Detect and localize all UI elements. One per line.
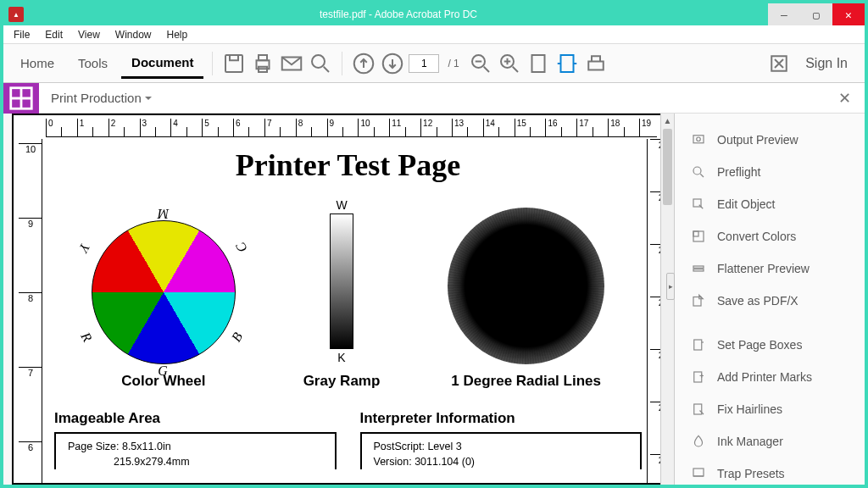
workspace: 012345678910111213141516171819 109876 27… [3, 114, 865, 485]
page-down-icon[interactable] [380, 51, 405, 76]
svg-rect-27 [694, 404, 702, 414]
fit-page-icon[interactable] [526, 51, 551, 76]
navbar: Home Tools Document / 1 Sign In [3, 44, 865, 83]
svg-rect-22 [693, 266, 704, 268]
panel-item-add-printer-marks[interactable]: Add Printer Marks [675, 361, 865, 393]
panel-item-label: Set Page Boxes [717, 338, 802, 352]
svg-rect-25 [694, 340, 702, 350]
convert-colors-icon [690, 228, 707, 245]
page-total: / 1 [442, 58, 464, 69]
svg-point-6 [312, 55, 325, 68]
print-production-icon[interactable] [3, 83, 39, 114]
panel-item-ink-manager[interactable]: Ink Manager [675, 425, 865, 458]
interpreter-line1: PostScript: Level 3 [374, 439, 629, 454]
tab-tools[interactable]: Tools [68, 49, 118, 77]
save-icon[interactable] [221, 51, 247, 76]
output-preview-icon [690, 131, 707, 148]
app-icon: ▲ [8, 7, 24, 22]
imageable-line1: Page Size: 8.5x11.0in [68, 439, 323, 454]
panel-item-convert-colors[interactable]: Convert Colors [675, 220, 865, 252]
imageable-heading: Imageable Area [54, 410, 337, 427]
minimize-button[interactable]: — [768, 3, 800, 25]
app-window: ▲ testfile.pdf - Adobe Acrobat Pro DC — … [0, 0, 868, 488]
fix-hairlines-icon [690, 401, 707, 418]
zoom-out-icon[interactable] [468, 51, 493, 76]
separator [212, 52, 213, 75]
interpreter-info: Interpreter Information PostScript: Leve… [360, 410, 643, 469]
svg-point-18 [693, 167, 701, 175]
print-setup-icon[interactable] [583, 51, 609, 76]
wheel-label-r: R [78, 330, 95, 344]
close-panel-icon[interactable]: ✕ [838, 89, 851, 108]
wheel-label-g: G [158, 363, 168, 379]
menu-file[interactable]: File [7, 27, 36, 42]
scroll-thumb[interactable] [663, 129, 672, 205]
svg-rect-1 [230, 55, 238, 60]
tab-document[interactable]: Document [121, 48, 203, 79]
panel-item-trap-presets[interactable]: Trap Presets [675, 458, 865, 485]
wheel-label-m: M [158, 206, 169, 221]
svg-rect-13 [588, 61, 604, 69]
menu-view[interactable]: View [71, 27, 107, 42]
sign-in-link[interactable]: Sign In [795, 49, 858, 78]
wheel-label-c: C [233, 240, 251, 255]
fit-width-icon[interactable] [554, 51, 580, 76]
panel-item-save-as-pdf-x[interactable]: Save as PDF/X [675, 285, 865, 317]
page-title: Printer Test Page [49, 147, 647, 183]
wheel-label-b: B [229, 330, 246, 344]
panel-item-label: Preflight [717, 165, 760, 179]
document-area: 012345678910111213141516171819 109876 27… [3, 114, 675, 485]
panel-item-fix-hairlines[interactable]: Fix Hairlines [675, 393, 865, 425]
menu-edit[interactable]: Edit [38, 27, 70, 42]
print-icon[interactable] [250, 51, 275, 76]
task-pane-toggle-icon[interactable] [766, 51, 792, 76]
interpreter-line2: Version: 3011.104 (0) [374, 454, 629, 469]
panel-item-label: Convert Colors [717, 230, 796, 243]
ruler-left: 109876 [19, 139, 42, 483]
imageable-area: Imageable Area Page Size: 8.5x11.0in 215… [54, 410, 337, 469]
svg-rect-12 [560, 55, 573, 72]
tab-home[interactable]: Home [10, 49, 64, 77]
caption-radial: 1 Degree Radial Lines [451, 373, 601, 390]
page-up-icon[interactable] [351, 51, 376, 76]
panel-item-output-preview[interactable]: Output Preview [675, 124, 865, 156]
panel-item-set-page-boxes[interactable]: Set Page Boxes [675, 329, 865, 361]
panel-item-preflight[interactable]: Preflight [675, 156, 865, 188]
caption-ramp: Gray Ramp [303, 373, 381, 390]
save-as-pdf-x-icon [690, 292, 707, 309]
menu-window[interactable]: Window [108, 27, 159, 42]
menu-help[interactable]: Help [160, 27, 195, 42]
zoom-in-icon[interactable] [497, 51, 522, 76]
panel-collapse-handle[interactable]: ▸ [666, 273, 675, 300]
panel-item-label: Output Preview [717, 133, 798, 147]
trap-presets-icon [690, 465, 707, 482]
svg-rect-24 [693, 297, 701, 307]
svg-rect-3 [259, 55, 267, 60]
ramp-bar [330, 214, 353, 349]
page: 012345678910111213141516171819 109876 27… [12, 114, 674, 485]
secondary-bar: Print Production ✕ [3, 83, 865, 114]
panel-item-flattener-preview[interactable]: Flattener Preview [675, 252, 865, 285]
close-button[interactable]: ✕ [832, 3, 865, 25]
ramp-white-label: W [336, 198, 347, 212]
interpreter-heading: Interpreter Information [360, 410, 643, 427]
panel-item-label: Edit Object [717, 197, 775, 211]
print-production-label: Print Production [51, 91, 142, 105]
panel-item-label: Save as PDF/X [717, 294, 798, 308]
maximize-button[interactable]: ▢ [800, 3, 832, 25]
print-production-dropdown[interactable]: Print Production [39, 91, 164, 105]
preflight-icon [690, 164, 707, 180]
svg-rect-28 [693, 469, 704, 476]
search-icon[interactable] [308, 51, 333, 76]
panel-item-edit-object[interactable]: Edit Object [675, 188, 865, 220]
imageable-line2: 215.9x279.4mm [68, 454, 323, 469]
ruler-top: 012345678910111213141516171819 [46, 119, 657, 137]
svg-rect-11 [531, 55, 544, 72]
email-icon[interactable] [279, 51, 304, 76]
svg-rect-16 [693, 136, 704, 143]
svg-rect-26 [694, 372, 702, 382]
page-number-input[interactable] [409, 54, 439, 73]
scroll-up-icon[interactable]: ▲ [661, 114, 674, 127]
set-page-boxes-icon [690, 336, 707, 353]
svg-rect-23 [693, 269, 704, 271]
